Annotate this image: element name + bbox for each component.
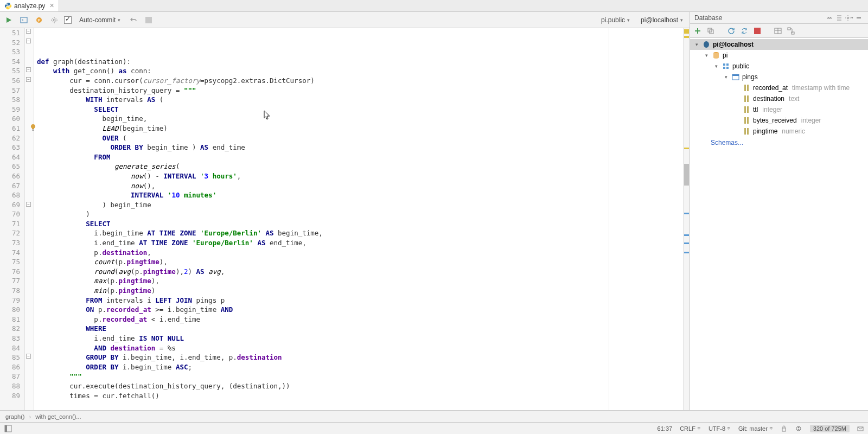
- intention-bulb-icon[interactable]: [30, 124, 36, 131]
- column-icon: [742, 105, 751, 114]
- stop-red-icon[interactable]: [752, 25, 763, 36]
- svg-rect-27: [744, 106, 746, 113]
- code-area[interactable]: def graph(destination): with get_conn() …: [34, 28, 683, 410]
- add-datasource-icon[interactable]: [692, 25, 703, 36]
- fold-column: − − − − − −: [25, 28, 34, 410]
- schema-node[interactable]: ▾ public: [690, 61, 868, 72]
- database-tree[interactable]: ▾ pi@localhost ▾ pi ▾ public ▾ pings rec…: [690, 38, 868, 410]
- column-node[interactable]: bytes_receivedinteger: [690, 115, 868, 126]
- svg-point-15: [704, 41, 709, 48]
- run-icon[interactable]: [3, 15, 14, 25]
- line-number-gutter: 5152535455565758596061626364656667686970…: [0, 28, 25, 410]
- table-node[interactable]: ▾ pings: [690, 72, 868, 82]
- settings-gear-icon[interactable]: [49, 15, 60, 25]
- session-selector[interactable]: pi@localhost▾: [637, 15, 686, 25]
- svg-rect-19: [723, 67, 725, 69]
- svg-rect-20: [726, 67, 729, 69]
- database-toolbar: [690, 24, 868, 38]
- table-icon: [731, 73, 740, 81]
- diagram-icon[interactable]: [786, 25, 796, 36]
- column-icon: [742, 127, 751, 136]
- svg-point-7: [847, 17, 849, 18]
- column-icon: [742, 116, 751, 125]
- svg-rect-5: [32, 130, 34, 130]
- svg-rect-31: [744, 128, 746, 135]
- column-node[interactable]: pingtimenumeric: [690, 126, 868, 137]
- database-icon: [712, 51, 720, 60]
- svg-rect-24: [747, 85, 749, 91]
- git-branch[interactable]: Git: master≑: [738, 425, 773, 432]
- svg-rect-28: [747, 106, 749, 113]
- column-node[interactable]: destinationtext: [690, 93, 868, 104]
- column-node[interactable]: ttlinteger: [690, 104, 868, 115]
- file-tab[interactable]: analyze.py ✕: [0, 0, 59, 11]
- database-header: Database ▾: [690, 12, 868, 24]
- svg-rect-13: [788, 28, 790, 30]
- svg-rect-26: [747, 95, 749, 102]
- memory-indicator[interactable]: 320 of 725M: [810, 425, 850, 432]
- notifications-icon[interactable]: [857, 425, 864, 432]
- stop-icon[interactable]: [143, 15, 154, 25]
- editor-toolbar: P Auto-commit▾ pi.public▾ pi@localhost▾: [0, 12, 690, 28]
- breadcrumb-bar: graph() › with get_conn()...: [0, 410, 868, 422]
- svg-rect-25: [744, 95, 746, 102]
- svg-rect-34: [5, 425, 7, 432]
- editor-tabbar: analyze.py ✕: [0, 0, 868, 12]
- rollback-icon[interactable]: [128, 15, 139, 25]
- line-separator[interactable]: CRLF≑: [680, 425, 701, 432]
- svg-rect-4: [145, 17, 152, 23]
- breadcrumb-fn[interactable]: graph(): [5, 413, 24, 420]
- postgres-icon: [702, 40, 711, 49]
- autocommit-checkbox[interactable]: [64, 16, 72, 24]
- column-icon: [742, 84, 751, 92]
- tab-filename: analyze.py: [14, 2, 45, 10]
- svg-rect-18: [726, 63, 729, 66]
- svg-rect-29: [744, 117, 746, 124]
- database-node[interactable]: ▾ pi: [690, 50, 868, 61]
- datasource-node[interactable]: ▾ pi@localhost: [690, 39, 868, 50]
- caret-position[interactable]: 61:37: [658, 425, 673, 432]
- error-stripe[interactable]: [683, 28, 690, 410]
- file-encoding[interactable]: UTF-8≑: [709, 425, 731, 432]
- schema-selector[interactable]: pi.public▾: [598, 15, 633, 25]
- inspector-icon[interactable]: [795, 425, 802, 432]
- svg-rect-0: [21, 17, 27, 23]
- show-options-icon[interactable]: [834, 13, 844, 23]
- hide-icon[interactable]: [854, 13, 864, 23]
- editor-body[interactable]: 5152535455565758596061626364656667686970…: [0, 28, 690, 410]
- breadcrumb-ctx[interactable]: with get_conn()...: [35, 413, 81, 420]
- svg-rect-6: [33, 130, 34, 131]
- schema-icon: [722, 62, 730, 71]
- close-tab-icon[interactable]: ✕: [49, 2, 54, 9]
- schemas-link[interactable]: Schemas...: [690, 137, 868, 149]
- tool-windows-icon[interactable]: [4, 425, 12, 432]
- lock-icon[interactable]: [781, 425, 787, 432]
- svg-rect-30: [747, 117, 749, 124]
- autocommit-dropdown[interactable]: Auto-commit▾: [76, 15, 124, 25]
- table-view-icon[interactable]: [773, 25, 783, 36]
- editor-pane: P Auto-commit▾ pi.public▾ pi@localhost▾ …: [0, 12, 690, 410]
- refresh-icon[interactable]: [726, 25, 737, 36]
- status-bar: 61:37 CRLF≑ UTF-8≑ Git: master≑ 320 of 7…: [0, 422, 868, 434]
- collapse-icon[interactable]: [825, 13, 834, 23]
- sync-icon[interactable]: [739, 25, 750, 36]
- parameters-icon[interactable]: P: [34, 15, 44, 25]
- svg-rect-22: [732, 74, 739, 76]
- svg-text:P: P: [37, 18, 40, 23]
- database-toolwindow: Database ▾ ▾ pi@localhost ▾: [690, 12, 868, 410]
- duplicate-icon[interactable]: [705, 25, 716, 36]
- gear-icon[interactable]: ▾: [844, 13, 854, 23]
- svg-rect-35: [782, 428, 786, 431]
- svg-rect-8: [857, 17, 861, 18]
- database-title: Database: [694, 14, 825, 22]
- breadcrumb-sep: ›: [29, 413, 31, 420]
- svg-rect-11: [754, 28, 761, 34]
- svg-rect-32: [747, 128, 749, 135]
- python-file-icon: [4, 2, 12, 10]
- column-node[interactable]: recorded_attimestamp with time: [690, 82, 868, 93]
- svg-point-37: [797, 426, 799, 428]
- svg-rect-23: [744, 85, 746, 91]
- column-icon: [742, 94, 751, 103]
- db-console-icon[interactable]: [18, 15, 29, 25]
- svg-rect-17: [723, 63, 725, 66]
